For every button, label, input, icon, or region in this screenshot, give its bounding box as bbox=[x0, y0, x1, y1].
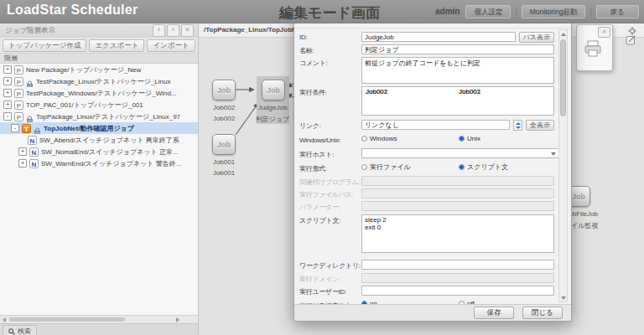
tree-item-sw-warnend[interactable]: + N SW_WarnEnd/スイッチジョブネット 警告終... bbox=[0, 157, 198, 169]
tree-item-label: SW_NomalEnd/スイッチジョブネット 正常... bbox=[41, 147, 179, 157]
show-all-button[interactable]: 全表示 bbox=[526, 120, 554, 131]
condition-job-id: Job002 bbox=[366, 87, 387, 97]
username: admin bbox=[435, 7, 460, 16]
tree-item-toppackage-linux-97[interactable]: - P TopPackage_Linux/テストパッケージ_Linux_97 bbox=[0, 111, 198, 122]
nav-next-button[interactable]: › bbox=[167, 24, 179, 37]
exec-file-path-input bbox=[361, 188, 554, 198]
switch-jobnet-icon: N bbox=[29, 159, 39, 168]
chevron-down-icon bbox=[551, 152, 556, 156]
switch-jobnet-icon: N bbox=[29, 147, 39, 157]
path-display-button[interactable]: パス表示 bbox=[519, 32, 554, 43]
link-label: リンク: bbox=[299, 121, 321, 131]
tree-item-testpackage-windows[interactable]: + P TestPackage_Windows/テストパッケージ_Wind... bbox=[0, 87, 198, 99]
comment-textarea[interactable]: 前提ジョブの終了コードをもとに判定 bbox=[361, 57, 554, 84]
spinner-control[interactable] bbox=[513, 120, 522, 131]
radio-windows[interactable]: Windows bbox=[361, 135, 455, 142]
exec-user-id-label: 実行ユーザーID: bbox=[299, 287, 346, 296]
exec-host-combobox[interactable] bbox=[361, 148, 559, 158]
job-node-id-label: JudgeJob bbox=[247, 104, 298, 111]
exec-type-label: 実行形式: bbox=[299, 164, 327, 173]
radio-script[interactable]: スクリプト文 bbox=[459, 162, 553, 172]
script-textarea[interactable]: sleep 2 exit 0 bbox=[361, 214, 554, 253]
radio-icon-off bbox=[361, 164, 367, 170]
scroll-up-arrow[interactable] bbox=[559, 30, 567, 38]
printer-icon[interactable] bbox=[584, 40, 602, 60]
job-node-judgejob[interactable]: Job bbox=[262, 80, 285, 100]
radio-exec-file[interactable]: 実行ファイル bbox=[361, 162, 455, 172]
expand-icon[interactable]: + bbox=[3, 77, 12, 85]
job-node-glyph: Job bbox=[267, 86, 280, 95]
collapse-icon[interactable]: - bbox=[11, 124, 19, 132]
export-button[interactable]: エクスポート bbox=[89, 39, 144, 52]
search-button[interactable]: 検索 bbox=[3, 325, 37, 335]
package-icon: P bbox=[14, 89, 23, 98]
dialog-scrollbar[interactable] bbox=[558, 29, 568, 302]
link-input[interactable] bbox=[361, 120, 510, 130]
dialog-footer: 保存 閉じる bbox=[294, 304, 571, 321]
radio-unix[interactable]: Unix bbox=[459, 135, 553, 142]
name-input[interactable] bbox=[361, 44, 554, 54]
scrollbar-thumb[interactable] bbox=[9, 317, 125, 322]
parameter-input bbox=[361, 201, 554, 211]
nav-collapse-button[interactable]: « bbox=[181, 24, 194, 37]
package-icon: P bbox=[14, 65, 23, 75]
expand-icon[interactable]: + bbox=[3, 89, 12, 97]
import-button[interactable]: インポート bbox=[147, 39, 195, 52]
expand-icon[interactable]: + bbox=[3, 65, 12, 74]
monitoring-launch-button[interactable]: Monitoring起動 bbox=[522, 5, 586, 18]
assoc-program-input bbox=[361, 176, 554, 186]
parameter-label: パラメーター: bbox=[299, 203, 340, 212]
id-input[interactable] bbox=[361, 32, 516, 42]
exec-user-id-input[interactable] bbox=[361, 286, 554, 296]
tool-palette-panel: × bbox=[576, 24, 613, 71]
tree-item-label: SW_WarnEnd/スイッチジョブネット 警告終... bbox=[41, 159, 181, 168]
separator: | bbox=[589, 8, 591, 16]
switch-jobnet-icon: N bbox=[28, 136, 37, 145]
expand-icon[interactable]: + bbox=[3, 100, 12, 109]
lock-icon bbox=[26, 112, 34, 121]
tree-item-label: TOP_PAC_001/トップパッケージ_001 bbox=[26, 100, 143, 110]
job-property-dialog: ジョブプロパティ編集 ID: パス表示 名称: コメント: 前提ジョブの終了コー… bbox=[293, 13, 572, 322]
create-top-package-button[interactable]: トップパッケージ作成 bbox=[3, 39, 86, 52]
tree-item-testpackage-linux[interactable]: + P TestPackage_Linux/テストパッケージ_Linux bbox=[0, 75, 198, 87]
tree-item-topjobnet-selected[interactable]: - T TopJobNet/動作確認用ジョブ bbox=[0, 122, 198, 134]
exec-condition-list[interactable]: Job001 Job001 Job002 Job002 bbox=[361, 86, 554, 116]
job-node-name-label: 判定ジョブ bbox=[247, 115, 298, 124]
exec-file-path-label: 実行ファイルパス: bbox=[299, 190, 354, 199]
tree-item-top-pac-001[interactable]: + P TOP_PAC_001/トップパッケージ_001 bbox=[0, 99, 198, 111]
tree-item-sw-nomalend[interactable]: + N SW_NomalEnd/スイッチジョブネット 正常... bbox=[0, 146, 198, 157]
scrollbar-thumb[interactable] bbox=[560, 39, 566, 116]
exec-condition-label: 実行条件: bbox=[299, 88, 327, 97]
close-icon[interactable]: × bbox=[598, 27, 610, 38]
nav-prev-button[interactable]: ‹ bbox=[153, 24, 165, 37]
collapse-icon[interactable]: - bbox=[3, 112, 12, 121]
tree-item-label: TestPackage_Linux/テストパッケージ_Linux bbox=[36, 77, 171, 86]
sidebar-header: ジョブ階層表示 ‹ › « bbox=[0, 23, 198, 39]
scroll-down-arrow[interactable] bbox=[559, 294, 567, 302]
tree-item-label: TestPackage_Windows/テストパッケージ_Wind... bbox=[26, 89, 177, 98]
tree-header: 階層 bbox=[0, 54, 198, 64]
radio-icon-off bbox=[361, 136, 367, 142]
job-node-job001[interactable]: Job bbox=[212, 134, 236, 155]
tree-item-label: SW_Abend/スイッチジョブネット 異常終了系 bbox=[39, 136, 179, 145]
tree-item-label: TopPackage_Linux/テストパッケージ_Linux_97 bbox=[36, 112, 180, 121]
job-node-id-label: Job001 bbox=[199, 158, 249, 166]
job-node-job002[interactable]: Job bbox=[212, 80, 236, 100]
back-button[interactable]: 戻る bbox=[596, 5, 639, 18]
expand-icon[interactable]: + bbox=[18, 147, 27, 156]
tree-item-sw-abend[interactable]: N SW_Abend/スイッチジョブネット 異常終了系 bbox=[0, 134, 198, 146]
edit-note-icon[interactable] bbox=[626, 34, 636, 49]
search-icon bbox=[8, 328, 15, 335]
personal-settings-button[interactable]: 個人設定 bbox=[465, 5, 511, 18]
work-dir-input[interactable] bbox=[361, 260, 554, 270]
save-button[interactable]: 保存 bbox=[474, 307, 514, 319]
expand-icon[interactable]: + bbox=[18, 159, 27, 168]
scroll-left-arrow[interactable] bbox=[3, 317, 6, 322]
job-node-name-label: Job002 bbox=[199, 115, 249, 122]
radio-label: スクリプト文 bbox=[467, 162, 508, 172]
close-button[interactable]: 閉じる bbox=[522, 307, 563, 319]
tree-item-new-package[interactable]: + P New Package/トップパッケージ_New bbox=[0, 64, 198, 75]
scroll-right-arrow[interactable] bbox=[176, 317, 179, 322]
condition-job-ref: Job002 bbox=[459, 87, 480, 97]
tree-item-label: TopJobNet/動作確認用ジョブ bbox=[44, 124, 134, 133]
